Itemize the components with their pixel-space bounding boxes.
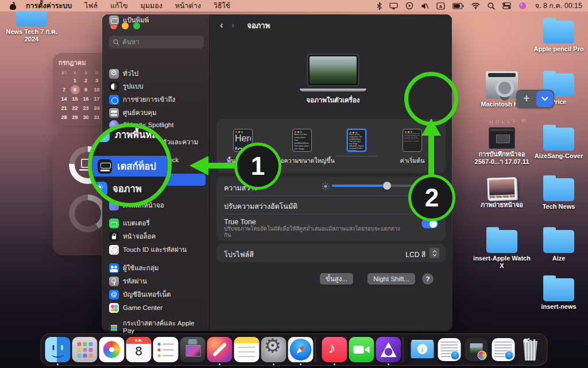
forward-chevron-icon[interactable]: › [231, 20, 235, 31]
dock-item[interactable] [403, 334, 408, 366]
dock-item[interactable] [518, 334, 543, 366]
dock-app-icon [153, 337, 179, 362]
mute-icon[interactable] [421, 2, 429, 10]
color-profile-label: โปรไฟล์สี [224, 249, 254, 260]
siri-icon[interactable] [519, 2, 527, 10]
control-center-icon[interactable] [502, 2, 511, 9]
running-indicator-dot [57, 363, 59, 365]
desktop-icon[interactable]: insert-Apple Watch X [470, 227, 533, 270]
menu-bar-clock[interactable]: จ. 8 ก.ค. 00:15 [535, 0, 582, 12]
desktop-icon[interactable]: ภาพถ่ายหน้าจอ [470, 175, 533, 209]
desktop-icon[interactable]: Tech News [527, 175, 588, 210]
help-button[interactable]: ? [422, 273, 434, 285]
menu-item[interactable]: การตั้งค่าระบบ [26, 0, 72, 12]
display-mirroring-icon[interactable] [389, 2, 398, 10]
sidebar-item-icon [109, 82, 119, 91]
dock-item[interactable] [261, 334, 287, 366]
dock-item[interactable] [315, 334, 320, 366]
desktop-icon-label: insert-news [527, 303, 588, 310]
sidebar-item[interactable]: ศูนย์ควบคุม [106, 107, 206, 119]
desktop-icon[interactable]: AizeSang-Cover [527, 124, 588, 160]
color-profile-dropdown[interactable] [430, 248, 439, 258]
dock-app-icon [349, 337, 374, 362]
dock-item[interactable] [437, 334, 462, 366]
wifi-icon[interactable] [471, 3, 480, 9]
menu-item[interactable]: หน้าต่าง [175, 0, 201, 12]
calendar-day-header: จ [69, 70, 80, 76]
add-display-dropdown-button[interactable] [536, 91, 553, 107]
menu-item[interactable]: ไฟล์ [84, 0, 98, 12]
advanced-button[interactable]: ขั้นสูง... [320, 273, 353, 285]
scaling-preset-option[interactable]: Here's to the crazy ones. The troublemak… [331, 129, 382, 156]
dock-item[interactable] [126, 334, 152, 366]
calendar-day: 17 [92, 94, 102, 103]
desktop-icon-label: ภาพถ่ายหน้าจอ [470, 201, 533, 209]
pane-title: จอภาพ [247, 20, 270, 32]
sidebar-item[interactable]: Touch ID และรหัสผ่าน [106, 244, 206, 256]
sidebar-item[interactable]: แป้นพิมพ์ [106, 14, 206, 26]
sidebar-item-label: กระเป๋าสตางค์และ Apple Pay [123, 320, 203, 335]
input-source-a-icon[interactable]: A [436, 2, 445, 10]
dock-item[interactable] [45, 334, 71, 366]
dock-item[interactable] [376, 334, 401, 366]
menu-bar: การตั้งค่าระบบไฟล์แก้ไขมุมมองหน้าต่างวิธ… [0, 0, 588, 12]
sidebar-item[interactable]: การช่วยการเข้าถึง [106, 94, 206, 106]
spotlight-icon[interactable] [488, 2, 495, 10]
sidebar-item[interactable]: ทั่วไป [106, 68, 206, 80]
dock-app-icon [376, 337, 401, 362]
sidebar-item[interactable]: รูปแบบ [106, 80, 206, 93]
battery-icon[interactable] [452, 3, 464, 9]
calendar-day: 7 [60, 85, 69, 94]
running-indicator-dot [300, 363, 301, 365]
laptop-base [300, 89, 366, 91]
color-profile-card: โปรไฟล์สี LCD สี [217, 244, 445, 262]
desktop-icon[interactable]: การบันทึกหน้าจอ 2567-0...า 17.07.11 [470, 125, 533, 166]
sidebar-item[interactable]: แบตเตอรี่ [106, 217, 206, 229]
preset-sample-text: Here's to the crazy ones. The troublemak… [404, 133, 420, 150]
desktop-icon[interactable]: Apple pencil Pro [527, 17, 588, 53]
menu-item[interactable]: แก้ไข [110, 0, 127, 12]
calendar-day: 1 [71, 76, 80, 85]
calendar-day: 14 [60, 94, 69, 103]
chevron-up-icon [432, 250, 437, 253]
dock-item[interactable] [410, 334, 435, 366]
sidebar-item[interactable]: Game Center [106, 302, 206, 314]
scaling-preset-option[interactable]: Here's to the crazy ones. The troublemak… [276, 129, 328, 166]
sidebar-item[interactable]: บัญชีอินเทอร์เน็ต [106, 289, 206, 301]
dock-item[interactable] [180, 334, 206, 366]
desktop-icon[interactable]: Aize [527, 227, 588, 262]
sidebar-item[interactable]: ผู้ใช้และกลุ่ม [106, 262, 206, 274]
dock-item[interactable] [153, 334, 179, 366]
sidebar-item-icon [109, 245, 119, 255]
dock-item[interactable] [207, 334, 233, 366]
calendar-day: 2 [82, 76, 91, 85]
apple-logo-icon[interactable] [9, 2, 17, 10]
dock-item[interactable] [99, 334, 125, 366]
add-display-button[interactable]: + [516, 90, 537, 108]
preset-thumbnail: Here's to the crazy ones. The troublemak… [292, 129, 312, 152]
sidebar-item-label: แบตเตอรี่ [123, 220, 150, 227]
dock-app-icon [72, 337, 98, 362]
sidebar-item[interactable]: หน้าจอล็อค [106, 231, 206, 243]
dock-item[interactable] [491, 334, 516, 366]
dock-item[interactable] [288, 334, 314, 366]
bluetooth-icon[interactable] [377, 2, 382, 10]
sidebar-item[interactable]: รหัสผ่าน [106, 275, 206, 288]
brightness-slider-knob[interactable] [383, 182, 391, 190]
dock-item[interactable] [322, 334, 347, 366]
dock-item[interactable] [349, 334, 374, 366]
dock-app-icon [438, 338, 461, 361]
screen-record-icon[interactable] [405, 2, 413, 10]
desktop-icon[interactable]: insert-news [527, 275, 588, 310]
desktop-icon-label: AizeSang-Cover [527, 152, 588, 160]
menu-item[interactable]: วิธีใช้ [214, 0, 230, 12]
dock-item[interactable] [72, 334, 98, 366]
menu-item[interactable]: มุมมอง [140, 0, 162, 12]
night-shift-button[interactable]: Night Shift... [368, 273, 415, 285]
dock-app-icon [99, 337, 125, 362]
preset-thumbnail: Here's to the crazy ones. The troublemak… [347, 129, 366, 152]
dock-item[interactable] [464, 334, 489, 366]
back-chevron-icon[interactable]: ‹ [220, 20, 223, 31]
dock-item[interactable] [234, 334, 260, 366]
dock-app-icon [465, 338, 488, 361]
